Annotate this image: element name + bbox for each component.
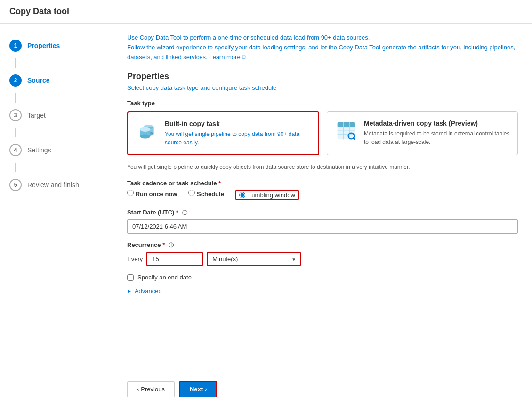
start-date-input[interactable] — [127, 219, 518, 234]
step-circle-5: 5 — [9, 179, 22, 191]
task-card-builtin[interactable]: Built-in copy task You will get single p… — [127, 111, 319, 155]
recurrence-info-icon: ⓘ — [169, 242, 174, 248]
prev-button[interactable]: ‹ Previous — [127, 381, 175, 397]
svg-line-15 — [354, 138, 355, 140]
builtin-card-title: Built-in copy task — [165, 120, 311, 127]
start-date-label: Start Date (UTC) * ⓘ — [127, 209, 518, 216]
cadence-label: Task cadence or task schedule * — [127, 180, 518, 187]
footer: ‹ Previous Next › — [113, 374, 532, 404]
sidebar-item-target[interactable]: 3 Target — [0, 103, 113, 128]
metadata-card-desc: Metadata is required to be stored in ext… — [364, 129, 510, 146]
next-button[interactable]: Next › — [179, 381, 218, 397]
metadata-card-title: Metadata-driven copy task (Preview) — [364, 119, 510, 127]
metadata-card-content: Metadata-driven copy task (Preview) Meta… — [364, 119, 510, 146]
section-title: Properties — [127, 71, 518, 81]
builtin-card-content: Built-in copy task You will get single p… — [165, 120, 311, 147]
recurrence-number-input[interactable] — [146, 252, 203, 266]
main-content: Use Copy Data Tool to perform a one-time… — [113, 24, 532, 404]
recurrence-unit-wrapper: Minute(s) Hour(s) Day(s) Week(s) Month(s… — [207, 252, 301, 266]
builtin-card-desc: You will get single pipeline to copy dat… — [165, 130, 311, 147]
section-subtitle: Select copy data task type and configure… — [127, 84, 518, 91]
step-circle-3: 3 — [9, 109, 22, 121]
pipeline-note: You will get single pipeline to quickly … — [127, 163, 518, 171]
radio-tumbling-label: Tumbling window — [248, 191, 295, 199]
next-arrow-icon: › — [205, 386, 207, 393]
advanced-section[interactable]: ► Advanced — [127, 287, 518, 294]
radio-run-once-input[interactable] — [127, 190, 134, 196]
sidebar-label-properties: Properties — [27, 42, 60, 49]
sidebar-label-settings: Settings — [27, 146, 51, 154]
next-label: Next — [190, 386, 203, 393]
end-date-checkbox[interactable] — [127, 274, 134, 281]
sidebar-item-source[interactable]: 2 Source — [0, 68, 113, 93]
radio-schedule[interactable]: Schedule — [188, 190, 224, 198]
svg-point-6 — [140, 127, 150, 132]
prev-arrow-icon: ‹ — [137, 386, 139, 393]
step-circle-2: 2 — [9, 74, 22, 87]
sidebar-item-settings[interactable]: 4 Settings — [0, 137, 113, 163]
radio-run-once-label: Run once now — [136, 191, 177, 198]
step-circle-4: 4 — [9, 144, 22, 156]
tumbling-window-option[interactable]: Tumbling window — [235, 190, 299, 200]
svg-rect-8 — [338, 122, 355, 127]
learn-more-link[interactable]: Learn more ⧉ — [209, 54, 246, 61]
advanced-arrow-icon: ► — [127, 288, 132, 294]
sidebar-label-review: Review and finish — [27, 181, 79, 189]
recurrence-unit-select[interactable]: Minute(s) Hour(s) Day(s) Week(s) Month(s… — [207, 252, 301, 266]
advanced-label: Advanced — [135, 287, 162, 294]
radio-tumbling-input[interactable] — [239, 192, 245, 198]
sidebar-item-review[interactable]: 5 Review and finish — [0, 172, 113, 198]
radio-run-once[interactable]: Run once now — [127, 190, 177, 198]
step-circle-1: 1 — [9, 40, 22, 52]
sidebar-item-properties[interactable]: 1 Properties — [0, 33, 113, 58]
intro-text: Use Copy Data Tool to perform a one-time… — [127, 33, 518, 62]
end-date-label: Specify an end date — [137, 274, 192, 281]
sidebar-label-target: Target — [27, 111, 46, 119]
every-label: Every — [127, 255, 143, 262]
app-title: Copy Data tool — [0, 0, 532, 24]
prev-label: Previous — [141, 386, 165, 393]
start-date-info-icon: ⓘ — [182, 210, 187, 215]
svg-point-5 — [140, 135, 150, 139]
task-type-label: Task type — [127, 100, 518, 107]
recurrence-label: Recurrence * ⓘ — [127, 241, 518, 249]
radio-schedule-label: Schedule — [197, 191, 224, 198]
metadata-icon — [335, 119, 357, 142]
sidebar: 1 Properties 2 Source 3 Target 4 Setting… — [0, 24, 113, 404]
radio-schedule-input[interactable] — [188, 190, 195, 196]
task-card-metadata[interactable]: Metadata-driven copy task (Preview) Meta… — [327, 111, 518, 155]
builtin-icon — [136, 120, 158, 143]
sidebar-label-source: Source — [27, 77, 49, 84]
